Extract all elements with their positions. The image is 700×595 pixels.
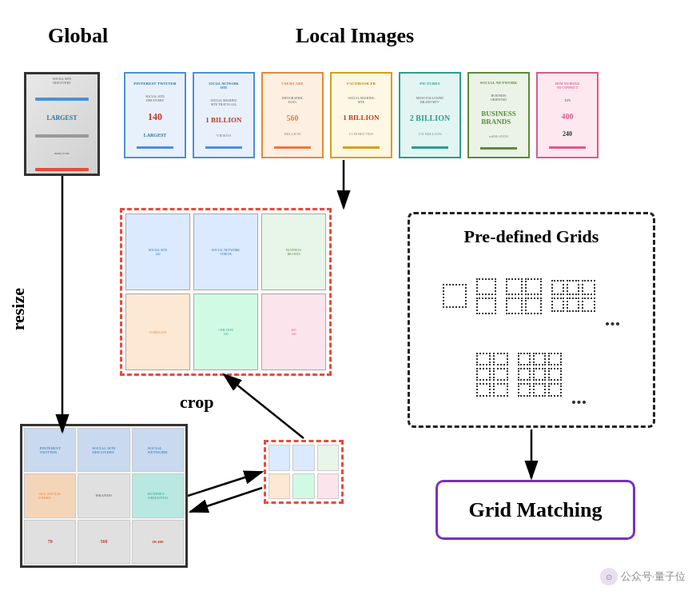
watermark-text: 公众号·量子位 [621,569,686,584]
gl-cell-9: 1B 400 [132,520,184,564]
small-cell-1 [268,445,290,471]
svg-line-5 [188,472,262,496]
local-image-card-3: USERS ARE INFOGRAPHICDATA 560 MILLION [261,72,324,158]
cropped-cell-3: BUSINESSBRANDS [261,214,326,290]
grid-matching-label: Grid Matching [469,498,603,522]
grid-pattern-2x3 [476,353,508,397]
dots-label: ... [605,307,621,335]
gl-cell-7: 70 [24,520,76,564]
gl-cell-8: 560 [78,520,129,564]
local-image-card-6: SOCIAL NETWORK BUSINESSORIENTED BUSINESS… [467,72,530,158]
local-image-card-7: HOW TO BUILDTO CONNECT TIPS 400 240 [536,72,599,158]
global-label: Global [48,24,108,48]
local-image-card-4: FACEBOOK FB SOCIAL SHARINGSITE 1 BILLION… [330,72,392,158]
cropped-cell-5: 1 BILLION160 [193,294,258,370]
global-image-card: SOCIAL SITEDISCOVERY LARGEST many icons [24,72,100,176]
cropped-cell-1: SOCIAL SITE140 [125,214,190,290]
local-image-card-5: PICTURES MOST FOLLOWEDBRAND MTV 2 BILLIO… [399,72,461,158]
cropped-cell-4: 70 MILLION [125,294,190,370]
crop-label: crop [180,392,213,413]
small-grid [264,440,344,504]
predefined-grids-box: Pre-defined Grids [408,212,655,428]
grid-pattern-1x1 [443,284,467,308]
cropped-grid: SOCIAL SITE140 SOCIAL NETWORKVIDEOS BUSI… [120,208,332,376]
cropped-cell-2: SOCIAL NETWORKVIDEOS [193,214,258,290]
watermark-icon: ⊙ [600,568,618,585]
grid-pattern-1x2 [476,278,496,314]
grids-row-2: ... [422,335,641,413]
global-large-image: PINTERESTTWITTER SOCIAL SITEDISCOVERY SO… [20,424,188,568]
gl-cell-6: BUSINESORIENTED [132,473,184,517]
gl-cell-5: BRANDS [78,473,129,517]
predefined-grids-label: Pre-defined Grids [422,226,641,247]
svg-line-4 [224,374,304,438]
gl-cell-1: PINTERESTTWITTER [24,428,76,472]
small-cell-3 [317,445,339,471]
small-cell-6 [317,473,339,500]
grid-matching-box: Grid Matching [436,480,635,540]
grid-pattern-3x3 [518,353,562,397]
local-image-card-2: SOCIAL NETWORKSITE SOCIAL SHARINGSITE TH… [193,72,255,158]
diagram-container: Global Local Images SOCIAL SITEDISCOVERY… [0,0,700,595]
small-cell-4 [268,473,290,500]
gl-cell-2: SOCIAL SITEDISCOVERY [78,428,129,472]
grid-pattern-3x2 [551,280,595,312]
local-image-card-1: PINTEREST TWITTER SOCIAL SITEDISCOVERY 1… [124,72,186,158]
grid-pattern-2x2 [506,278,542,314]
local-images-label: Local Images [296,24,414,48]
svg-line-7 [190,488,262,512]
local-images-row: PINTEREST TWITTER SOCIAL SITEDISCOVERY 1… [124,72,599,158]
small-cell-5 [292,473,314,500]
dots-label-2: ... [571,385,587,413]
gl-cell-4: ALL SOCIALUSERS [24,473,76,517]
grids-row-1: ... [422,257,641,335]
resize-label: resize [8,288,29,330]
cropped-cell-6: 400240 [261,294,326,370]
watermark: ⊙ 公众号·量子位 [600,568,686,585]
small-cell-2 [292,445,314,471]
gl-cell-3: SOCIALNETWORK [132,428,184,472]
